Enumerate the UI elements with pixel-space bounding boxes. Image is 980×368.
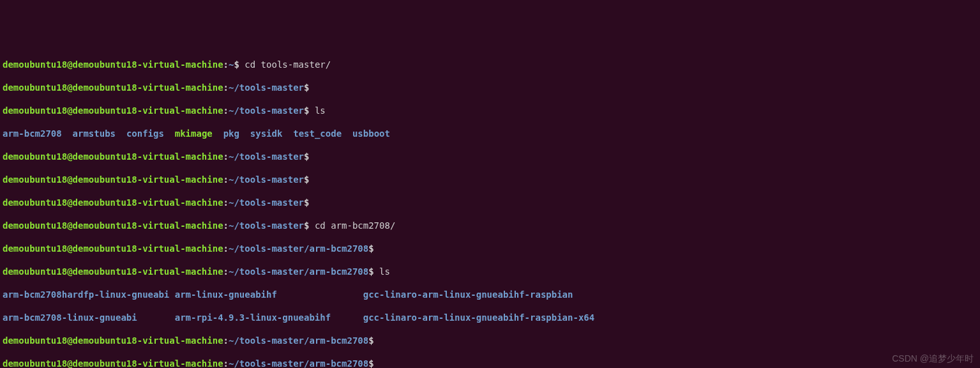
prompt-line: demoubuntu18@demoubuntu18-virtual-machin… <box>3 197 977 208</box>
user-host: demoubuntu18@demoubuntu18-virtual-machin… <box>3 59 223 70</box>
prompt-line: demoubuntu18@demoubuntu18-virtual-machin… <box>3 174 977 185</box>
terminal-output[interactable]: demoubuntu18@demoubuntu18-virtual-machin… <box>3 47 977 368</box>
prompt-line: demoubuntu18@demoubuntu18-virtual-machin… <box>3 266 977 277</box>
command: cd tools-master/ <box>239 59 331 70</box>
prompt-line: demoubuntu18@demoubuntu18-virtual-machin… <box>3 220 977 231</box>
prompt-line: demoubuntu18@demoubuntu18-virtual-machin… <box>3 243 977 254</box>
prompt-line: demoubuntu18@demoubuntu18-virtual-machin… <box>3 105 977 116</box>
prompt-line: demoubuntu18@demoubuntu18-virtual-machin… <box>3 151 977 162</box>
ls-output: arm-bcm2708-linux-gnueabi arm-rpi-4.9.3-… <box>3 312 977 323</box>
ls-output: arm-bcm2708hardfp-linux-gnueabi arm-linu… <box>3 289 977 300</box>
prompt-line: demoubuntu18@demoubuntu18-virtual-machin… <box>3 59 977 70</box>
prompt-line: demoubuntu18@demoubuntu18-virtual-machin… <box>3 358 977 368</box>
prompt-line: demoubuntu18@demoubuntu18-virtual-machin… <box>3 82 977 93</box>
watermark: CSDN @追梦少年时 <box>892 353 974 364</box>
ls-output: arm-bcm2708 armstubs configs mkimage pkg… <box>3 128 977 139</box>
prompt-line: demoubuntu18@demoubuntu18-virtual-machin… <box>3 335 977 346</box>
